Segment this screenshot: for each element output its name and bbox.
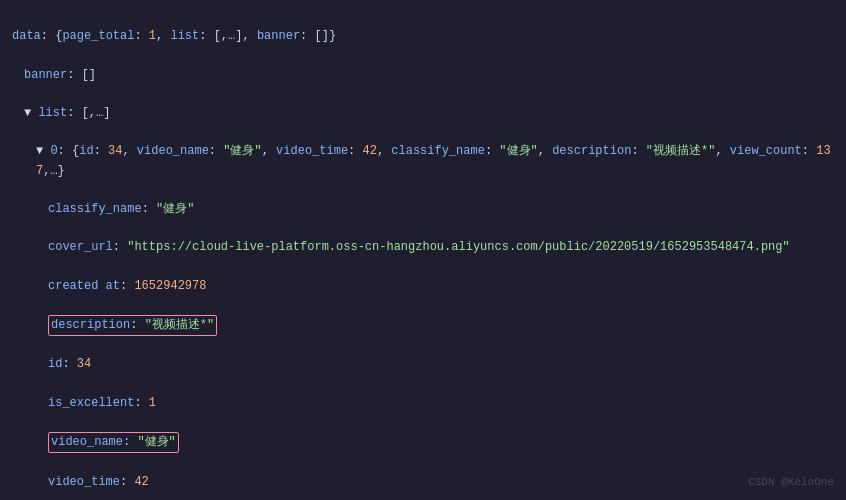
- line-is-excellent: is_excellent: 1: [12, 394, 834, 413]
- line-cover-url: cover_url: "https://cloud-live-platform.…: [12, 238, 834, 257]
- line-data-header: data: {page_total: 1, list: [,…], banner…: [12, 27, 834, 46]
- line-video-time: video_time: 42: [12, 473, 834, 492]
- watermark: CSDN @KeloOne: [748, 474, 834, 492]
- json-output: data: {page_total: 1, list: [,…], banner…: [12, 8, 834, 500]
- line-description: description: "视频描述*": [12, 315, 834, 336]
- line-0-expand: ▼ 0: {id: 34, video_name: "健身", video_ti…: [12, 142, 834, 180]
- line-video-name: video_name: "健身": [12, 432, 834, 453]
- line-classify-name: classify_name: "健身": [12, 200, 834, 219]
- line-list-expand: ▼ list: [,…]: [12, 104, 834, 123]
- line-created: created at: 1652942978: [12, 277, 834, 296]
- line-id: id: 34: [12, 355, 834, 374]
- line-banner: banner: []: [12, 66, 834, 85]
